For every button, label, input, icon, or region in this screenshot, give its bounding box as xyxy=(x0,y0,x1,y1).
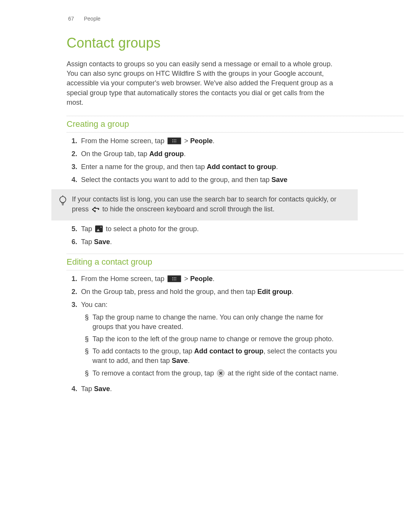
creating-group-steps: 1. From the Home screen, tap > People. 2… xyxy=(67,136,342,185)
label-add-group: Add group xyxy=(149,150,184,158)
text: Enter a name for the group, and then tap xyxy=(81,163,207,171)
text: To remove a contact from the group, tap xyxy=(92,369,216,377)
document-page: 67 People Contact groups Assign contacts… xyxy=(0,0,411,532)
lightbulb-icon xyxy=(55,195,70,207)
text: . xyxy=(213,137,215,145)
step-text: Tap Save. xyxy=(81,384,342,394)
text: Tap xyxy=(81,225,94,233)
text: to select a photo for the group. xyxy=(106,225,199,233)
step-number: 2. xyxy=(67,149,81,159)
step-number: 3. xyxy=(67,162,81,172)
label-save: Save xyxy=(94,385,110,393)
text: Tap xyxy=(81,385,94,393)
back-icon xyxy=(92,206,99,215)
step-number: 3. xyxy=(67,300,81,310)
bullet-icon: § xyxy=(81,334,92,344)
step-1: 1. From the Home screen, tap > People. xyxy=(67,274,342,284)
list-item: § To add contacts to the group, tap Add … xyxy=(81,347,342,366)
step-4: 4. Select the contacts you want to add t… xyxy=(67,175,342,185)
text: . xyxy=(110,238,112,246)
tip-text: If your contacts list is long, you can u… xyxy=(70,195,352,215)
photo-icon xyxy=(95,225,103,232)
step-number: 6. xyxy=(67,237,81,247)
step-text: From the Home screen, tap > People. xyxy=(81,274,342,284)
section-name: People xyxy=(84,15,100,23)
text: From the Home screen, tap xyxy=(81,275,166,283)
step-6: 6. Tap Save. xyxy=(67,237,342,247)
bullet-icon: § xyxy=(81,369,92,378)
text: . xyxy=(110,385,112,393)
heading-creating-group: Creating a group xyxy=(67,116,403,133)
remove-x-icon xyxy=(217,369,225,377)
editing-group-steps: 1. From the Home screen, tap > People. 2… xyxy=(67,274,342,394)
intro-paragraph: Assign contacts to groups so you can eas… xyxy=(67,59,342,107)
step-number: 2. xyxy=(67,287,81,297)
bullet-icon: § xyxy=(81,313,92,322)
label-save: Save xyxy=(172,357,188,364)
step-4: 4. Tap Save. xyxy=(67,384,342,394)
list-item: § Tap the group name to change the name.… xyxy=(81,313,342,332)
creating-group-steps-cont: 5. Tap to select a photo for the group. … xyxy=(67,224,342,247)
step-number: 1. xyxy=(67,136,81,146)
step-number: 4. xyxy=(67,384,81,394)
app-grid-icon xyxy=(167,137,181,144)
text: . xyxy=(188,357,190,364)
step-1: 1. From the Home screen, tap > People. xyxy=(67,136,342,146)
step-number: 1. xyxy=(67,274,81,284)
label-edit-group: Edit group xyxy=(257,288,292,296)
text: at the right side of the contact name. xyxy=(228,369,338,377)
step-3: 3. Enter a name for the group, and then … xyxy=(67,162,342,172)
step-number: 5. xyxy=(67,224,81,234)
text: to hide the onscreen keyboard and scroll… xyxy=(102,205,274,213)
svg-point-0 xyxy=(60,197,66,203)
text: Tap the group name to change the name. Y… xyxy=(92,313,342,332)
text: On the Group tab, press and hold the gro… xyxy=(81,288,257,296)
tip-callout: If your contacts list is long, you can u… xyxy=(51,189,358,220)
text: Select the contacts you want to add to t… xyxy=(81,176,271,184)
edit-options-list: § Tap the group name to change the name.… xyxy=(81,313,342,378)
heading-editing-group: Editing a contact group xyxy=(67,254,403,270)
step-text: Tap to select a photo for the group. xyxy=(81,224,342,234)
text: Tap xyxy=(81,238,94,246)
running-header: 67 People xyxy=(68,15,342,23)
step-text: Enter a name for the group, and then tap… xyxy=(81,162,342,172)
step-text: From the Home screen, tap > People. xyxy=(81,136,342,146)
step-text: Tap Save. xyxy=(81,237,342,247)
list-item: § Tap the icon to the left of the group … xyxy=(81,334,342,344)
label-save: Save xyxy=(271,176,287,184)
text: > xyxy=(184,275,190,283)
page-number: 67 xyxy=(68,15,74,23)
step-text: You can: § Tap the group name to change … xyxy=(81,300,342,380)
text: To add contacts to the group, tap Add co… xyxy=(92,347,342,366)
text: On the Group tab, tap xyxy=(81,150,149,158)
label-people: People xyxy=(190,137,213,145)
text: > xyxy=(184,137,190,145)
app-grid-icon xyxy=(167,275,181,282)
label-people: People xyxy=(190,275,213,283)
label-add-contact-to-group: Add contact to group xyxy=(194,347,263,355)
text: . xyxy=(276,163,278,171)
label-add-contact-to-group: Add contact to group xyxy=(207,163,276,171)
step-text: Select the contacts you want to add to t… xyxy=(81,175,342,185)
text: Tap the icon to the left of the group na… xyxy=(92,334,342,344)
step-2: 2. On the Group tab, tap Add group. xyxy=(67,149,342,159)
text: To add contacts to the group, tap xyxy=(92,347,194,355)
text: . xyxy=(292,288,293,296)
bullet-icon: § xyxy=(81,347,92,356)
step-2: 2. On the Group tab, press and hold the … xyxy=(67,287,342,297)
step-3: 3. You can: § Tap the group name to chan… xyxy=(67,300,342,380)
list-item: § To remove a contact from the group, ta… xyxy=(81,369,342,378)
step-text: On the Group tab, tap Add group. xyxy=(81,149,342,159)
text: . xyxy=(184,150,186,158)
text: To remove a contact from the group, tap … xyxy=(92,369,342,378)
text: You can: xyxy=(81,301,107,308)
step-number: 4. xyxy=(67,175,81,185)
page-title: Contact groups xyxy=(67,34,342,53)
text: From the Home screen, tap xyxy=(81,137,166,145)
step-text: On the Group tab, press and hold the gro… xyxy=(81,287,342,297)
step-5: 5. Tap to select a photo for the group. xyxy=(67,224,342,234)
text: . xyxy=(213,275,215,283)
label-save: Save xyxy=(94,238,110,246)
